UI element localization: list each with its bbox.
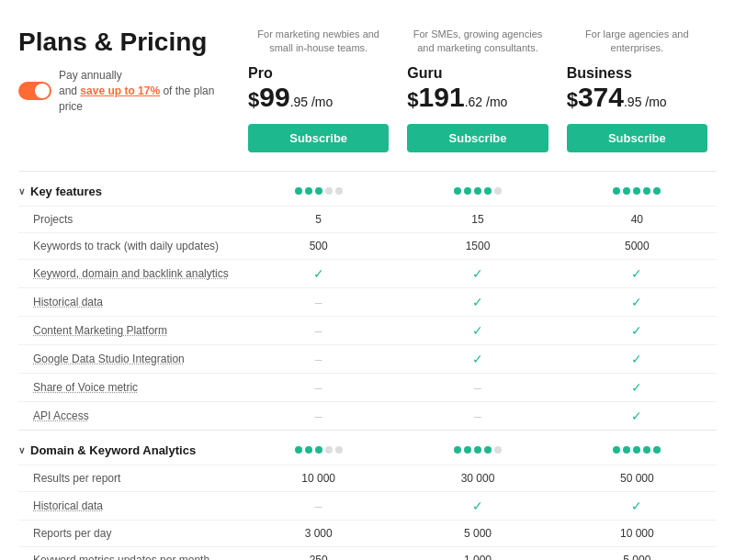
price-main-business: 374	[578, 82, 624, 113]
dot	[295, 446, 302, 454]
feature-row-share-of-voice: Share of Voice metric – – ✓	[18, 373, 717, 401]
section-label-key-features: ∨ Key features	[18, 185, 239, 198]
feature-val-keyword-metrics-guru: 1 000	[398, 554, 557, 560]
feature-row-google-data-studio: Google Data Studio Integration – ✓ ✓	[18, 344, 717, 373]
feature-label-results-per-report: Results per report	[18, 472, 239, 485]
price-decimal-guru: .62 /mo	[465, 95, 508, 109]
plan-col-guru: For SMEs, growing agencies and marketing…	[398, 28, 557, 152]
feature-val-keyword-analytics-guru: ✓	[398, 266, 557, 281]
feature-label-keyword-metrics: Keyword metrics updates per month	[18, 554, 239, 560]
header-row: Plans & Pricing Pay annually and save up…	[18, 28, 717, 152]
feature-val-results-guru: 30 000	[398, 472, 557, 485]
feature-label-share-of-voice: Share of Voice metric	[18, 381, 239, 394]
feature-val-keywords-guru: 1500	[398, 240, 557, 252]
feature-row-historical-data: Historical data – ✓ ✓	[18, 287, 717, 316]
dot	[633, 446, 640, 454]
dot	[295, 187, 302, 195]
toggle-label-prefix: and	[59, 84, 80, 97]
feature-val-historical-dk-business: ✓	[558, 498, 717, 513]
feature-val-content-business: ✓	[558, 323, 717, 338]
dot	[315, 187, 322, 195]
chevron-icon-key-features: ∨	[18, 186, 25, 196]
subscribe-btn-guru[interactable]: Subscribe	[407, 124, 548, 152]
feature-label-historical-dk: Historical data	[18, 499, 239, 512]
subscribe-btn-pro[interactable]: Subscribe	[248, 124, 389, 152]
dot	[454, 187, 461, 195]
feature-val-historical-dk-guru: ✓	[398, 498, 557, 513]
dot	[325, 446, 333, 454]
feature-label-keywords: Keywords to track (with daily updates)	[18, 240, 239, 252]
dot	[643, 446, 650, 454]
plan-name-guru: Guru	[407, 65, 548, 82]
feature-row-historical-dk: Historical data – ✓ ✓	[18, 491, 717, 520]
feature-label-reports-per-day: Reports per day	[18, 527, 239, 540]
plan-price-business: $ 374 .95 /mo	[567, 82, 707, 113]
section-dots-business-dk	[558, 446, 717, 454]
feature-val-historical-pro: –	[239, 295, 398, 309]
plan-col-pro: For marketing newbies and small in-house…	[239, 28, 398, 152]
feature-label-google-data-studio: Google Data Studio Integration	[18, 353, 239, 365]
feature-val-api-business: ✓	[558, 409, 717, 423]
feature-val-keywords-business: 5000	[558, 240, 717, 252]
feature-val-keywords-pro: 500	[239, 240, 398, 252]
feature-val-keyword-analytics-business: ✓	[558, 266, 717, 281]
page-wrapper: Plans & Pricing Pay annually and save up…	[0, 0, 735, 560]
dot	[623, 446, 630, 454]
dot	[335, 446, 343, 454]
price-symbol-guru: $	[407, 88, 418, 112]
price-decimal-business: .95 /mo	[624, 95, 667, 109]
dot	[474, 187, 481, 195]
feature-val-projects-pro: 5	[239, 213, 398, 226]
price-main-guru: 191	[419, 82, 465, 113]
feature-val-content-guru: ✓	[398, 323, 557, 338]
feature-val-reports-day-business: 10 000	[558, 527, 717, 540]
section-title-domain-keyword: Domain & Keyword Analytics	[30, 443, 196, 457]
feature-row-results-per-report: Results per report 10 000 30 000 50 000	[18, 465, 717, 491]
feature-val-historical-business: ✓	[558, 295, 717, 309]
page-title: Plans & Pricing	[18, 28, 239, 57]
section-dots-pro-dk	[239, 446, 398, 454]
feature-row-api-access: API Access – – ✓	[18, 401, 717, 430]
feature-row-keyword-metrics: Keyword metrics updates per month 250 1 …	[18, 546, 717, 560]
dot	[653, 187, 661, 195]
dot	[653, 446, 661, 454]
feature-label-projects: Projects	[18, 213, 239, 226]
section-header-key-features: ∨ Key features	[18, 171, 717, 206]
feature-val-results-pro: 10 000	[239, 472, 398, 485]
chevron-icon-domain-keyword: ∨	[18, 445, 25, 455]
feature-val-content-pro: –	[239, 323, 398, 338]
feature-val-projects-guru: 15	[398, 213, 557, 226]
dot	[305, 187, 312, 195]
feature-val-historical-guru: ✓	[398, 295, 557, 309]
annual-toggle[interactable]	[18, 82, 51, 100]
dot	[464, 187, 471, 195]
subscribe-btn-business[interactable]: Subscribe	[567, 124, 707, 152]
feature-val-keyword-metrics-pro: 250	[239, 554, 398, 560]
plan-desc-guru: For SMEs, growing agencies and marketing…	[407, 28, 548, 56]
feature-val-sov-guru: –	[398, 380, 557, 395]
feature-row-projects: Projects 5 15 40	[18, 206, 717, 232]
feature-val-sov-pro: –	[239, 380, 398, 395]
feature-row-keyword-analytics: Keyword, domain and backlink analytics ✓…	[18, 259, 717, 287]
feature-val-gds-pro: –	[239, 352, 398, 366]
feature-val-gds-business: ✓	[558, 352, 717, 366]
feature-row-reports-per-day: Reports per day 3 000 5 000 10 000	[18, 520, 717, 546]
feature-val-reports-day-pro: 3 000	[239, 527, 398, 540]
dot	[484, 187, 492, 195]
price-main-pro: 99	[259, 82, 289, 113]
dot	[633, 187, 640, 195]
dot	[325, 187, 333, 195]
section-header-domain-keyword: ∨ Domain & Keyword Analytics	[18, 430, 717, 465]
dot	[494, 187, 502, 195]
dot	[315, 446, 322, 454]
plan-name-pro: Pro	[248, 65, 389, 82]
title-section: Plans & Pricing Pay annually and save up…	[18, 28, 239, 114]
feature-val-reports-day-guru: 5 000	[398, 527, 557, 540]
dot	[305, 446, 312, 454]
section-label-domain-keyword: ∨ Domain & Keyword Analytics	[18, 443, 239, 457]
feature-val-api-guru: –	[398, 409, 557, 423]
toggle-save-text: save up to 17%	[80, 84, 160, 97]
dot	[613, 187, 620, 195]
feature-val-gds-guru: ✓	[398, 352, 557, 366]
feature-val-results-business: 50 000	[558, 472, 717, 485]
